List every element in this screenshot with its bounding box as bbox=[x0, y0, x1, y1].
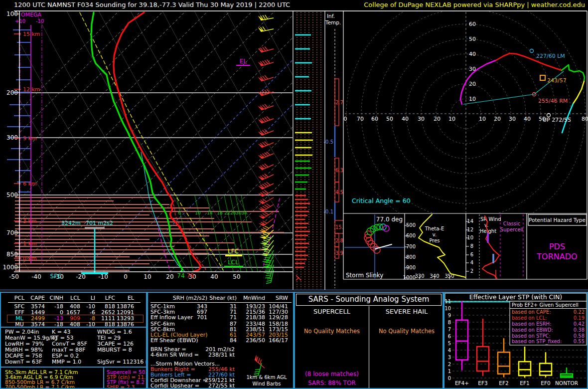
stp-legend-value: 0.55 bbox=[574, 339, 585, 344]
height-label: 3 km bbox=[23, 218, 37, 224]
sars-title: SARS - Sounding Analog System bbox=[295, 295, 442, 304]
inset-panels: 77.0 degStorm Slinky50060070080090010003… bbox=[343, 213, 587, 280]
barb-caption: Wind Barbs bbox=[253, 381, 281, 387]
divider bbox=[0, 290, 588, 290]
height-label: 6 km bbox=[23, 181, 37, 187]
stp-box-EF3 bbox=[477, 319, 489, 376]
stp-axis-label: 8 bbox=[448, 320, 451, 325]
mixing-ratio-label: 30 bbox=[236, 210, 242, 215]
wind-barb bbox=[258, 179, 274, 190]
kinematics-value: 701 bbox=[197, 315, 207, 321]
omega-minus-label: -10 bbox=[36, 18, 44, 24]
height-label: 1 km bbox=[23, 240, 37, 247]
storm-motion-label: 227/60 LM bbox=[536, 53, 565, 59]
stp-axis-label: 4 bbox=[448, 348, 451, 353]
sr-wind-label: 4-6km SR Wind = bbox=[150, 352, 199, 358]
hodo-axis-label: 0 bbox=[344, 116, 347, 122]
temp-axis-label: 20 bbox=[166, 273, 173, 280]
critical-angle-label: Critical Angle = 60 bbox=[352, 197, 411, 204]
wind-barb bbox=[258, 114, 274, 124]
classic-supercell-label: Supercell bbox=[500, 227, 523, 232]
mixing-ratio-label: 26 bbox=[230, 210, 236, 215]
parcel-header: LI bbox=[91, 295, 95, 301]
stp-axis-label: 10 bbox=[444, 306, 451, 311]
kinematics-header: MnWind bbox=[243, 295, 265, 301]
stp-axis-label: 1 bbox=[448, 369, 451, 374]
hodo-axis-label: 30 bbox=[509, 116, 516, 122]
temp-advection-column: Inf.Temp.2.7-0.56.34.5-0.115.22.83.9 bbox=[323, 13, 346, 288]
hodo-axis-label: 40 bbox=[402, 116, 409, 122]
hodo-ring-label: 60 bbox=[469, 21, 476, 27]
stp-legend-label: based on LCL: bbox=[512, 315, 547, 321]
temp-axis-label: -50 bbox=[9, 273, 19, 280]
stp-axis-label: 9 bbox=[448, 313, 451, 318]
surface-temp-value: 79 bbox=[186, 272, 194, 279]
stp-category-label: EF1 bbox=[520, 380, 529, 386]
parcel-header: CINH bbox=[50, 295, 63, 301]
thetae-title: v. bbox=[433, 232, 437, 237]
slinky-title: Storm Slinky bbox=[346, 272, 383, 279]
kinematics-value: 129/28 bbox=[269, 315, 288, 321]
hodo-ring-label: 20 bbox=[469, 81, 476, 87]
thermo-value: MBURST = 8 bbox=[97, 347, 132, 353]
wind-barb bbox=[258, 13, 274, 20]
advection-title: Inf. bbox=[327, 13, 335, 19]
storm-motion-label: UP 272/55 bbox=[543, 117, 571, 123]
lapse-rate-value: 700-500mb LR = 7.1 C/km bbox=[5, 384, 75, 389]
sr-wind-value: 238/31 kt bbox=[208, 352, 235, 358]
srwind-height-label: 2 bbox=[470, 268, 473, 274]
mixing-ratio-label: 14 bbox=[207, 210, 213, 215]
stp-axis-label: 5 bbox=[448, 341, 451, 346]
omega-label: OMEGA bbox=[21, 11, 42, 18]
wind-barb bbox=[263, 248, 274, 264]
header-underline bbox=[8, 302, 141, 303]
hodo-axis-label: 10 bbox=[448, 116, 455, 122]
parcel-header: LCL bbox=[70, 295, 80, 301]
lfc-label: LFC bbox=[228, 248, 239, 255]
inflow-depth-label: 3242m bbox=[61, 220, 81, 226]
stp-legend-label: based on STPC: bbox=[512, 333, 551, 339]
stp-category-label: EF4+ bbox=[455, 380, 469, 386]
stp-legend-label: based on STP_fixed: bbox=[512, 339, 562, 345]
thermo-value: MMP = 1.0 bbox=[52, 359, 81, 365]
kinematics-header: SRW bbox=[276, 295, 288, 301]
sharppy-sounding-page: 1200 UTC NAMNST F034 Sounding for 39.18,… bbox=[0, 0, 588, 389]
height-label: 15 km bbox=[23, 31, 40, 37]
thetae-title: Theta-E bbox=[425, 226, 444, 231]
wind-speed-strip bbox=[295, 12, 321, 289]
hodo-axis-label: 50 bbox=[386, 116, 393, 122]
mixing-ratio-label: 34 bbox=[241, 210, 247, 215]
stp-boxplot: Effective Layer STP (with CIN)0123456789… bbox=[444, 293, 587, 388]
sars-panel: SARS - Sounding Analog System SUPERCELL … bbox=[294, 292, 443, 389]
hodo-ring-label: 10 bbox=[469, 96, 476, 102]
surface-dewpoint-value: 74 bbox=[177, 272, 184, 279]
advection-value: 4.5 bbox=[335, 190, 343, 195]
parcel-header: EL bbox=[128, 295, 134, 301]
stp-category-label: EF0 bbox=[541, 380, 550, 386]
hodo-axis-label: 20 bbox=[494, 116, 501, 122]
hodo-axis-label: 40 bbox=[524, 116, 531, 122]
temp-axis-label: 10 bbox=[144, 273, 151, 280]
advection-title: Temp. bbox=[325, 19, 341, 25]
wind-barb bbox=[258, 44, 274, 52]
kinematics-header: SRH (m2/s2) bbox=[173, 295, 207, 301]
kinematics-value: 71 bbox=[230, 315, 237, 321]
sars-hail-message: No Quality Matches bbox=[370, 328, 443, 335]
surface-label: SFC bbox=[50, 273, 62, 280]
advection-value: 2.7 bbox=[335, 100, 343, 105]
hazard-title: Potential Hazard Type bbox=[529, 217, 586, 223]
stp-panel: Effective Layer STP (with CIN)0123456789… bbox=[443, 292, 588, 389]
sars-hail-header: SEVERE HAIL bbox=[370, 308, 443, 315]
stp-box-EF1 bbox=[519, 347, 531, 378]
parcel-header: LFC bbox=[105, 295, 115, 301]
wind-barb bbox=[258, 160, 274, 171]
hazard-value: TORNADO bbox=[536, 252, 577, 261]
kinematics-value: 166/17 bbox=[269, 338, 288, 344]
hodo-axis-label: 70 bbox=[357, 116, 364, 122]
storm-motion-label: 255/46 RM bbox=[538, 98, 568, 104]
stp-legend-label: based on EBWD: bbox=[512, 327, 553, 333]
stp-legend-label: based on CAPE: bbox=[512, 309, 551, 315]
storm-motion-marker bbox=[530, 49, 534, 53]
kinematics-panel: SRH (m2/s2)Shear (kt)MnWindSRWSFC-1km343… bbox=[147, 292, 294, 389]
kinematics-value: 218/38 bbox=[246, 315, 265, 321]
